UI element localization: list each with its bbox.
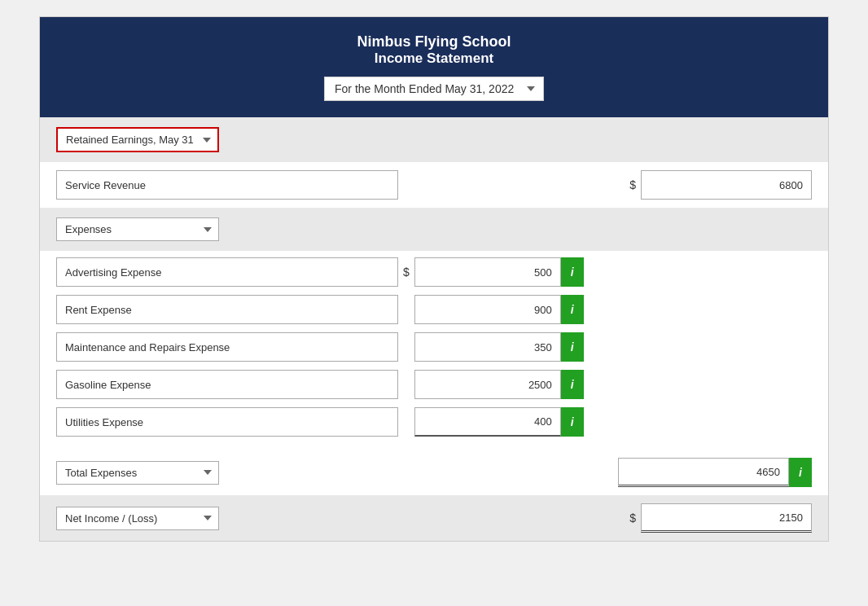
advertising-expense-label: Advertising Expense (56, 257, 398, 287)
utilities-expense-label: Utilities Expense (56, 407, 398, 437)
school-name: Nimbus Flying School (48, 33, 820, 50)
maintenance-info-button[interactable]: i (561, 332, 584, 362)
total-expenses-value-group: 4650 i (618, 458, 812, 487)
utilities-expense-value[interactable]: 400 (414, 407, 561, 437)
service-revenue-dollar: $ (629, 178, 636, 191)
rent-expense-row: Rent Expense $ 900 i (56, 295, 812, 324)
net-income-value-group: $ 2150 (625, 503, 812, 533)
net-income-value[interactable]: 2150 (641, 503, 812, 533)
rent-info-button[interactable]: i (561, 295, 584, 324)
gasoline-expense-value[interactable]: 2500 (414, 370, 561, 399)
rent-expense-label: Rent Expense (56, 295, 398, 324)
expenses-select[interactable]: Expenses (56, 217, 219, 241)
gasoline-info-button[interactable]: i (561, 370, 584, 399)
advertising-info-button[interactable]: i (561, 257, 584, 287)
expense-items-area: Advertising Expense $ 500 i Rent Expense… (40, 251, 828, 451)
service-revenue-value[interactable]: 6800 (641, 170, 812, 200)
header: Nimbus Flying School Income Statement Fo… (40, 17, 828, 117)
expenses-section-row: Expenses (40, 208, 828, 251)
service-revenue-label: Service Revenue (56, 170, 398, 200)
advertising-expense-value[interactable]: 500 (414, 257, 561, 287)
retained-earnings-row: Retained Earnings, May 31 (40, 117, 828, 162)
gasoline-expense-row: Gasoline Expense $ 2500 i (56, 370, 812, 399)
retained-earnings-select[interactable]: Retained Earnings, May 31 (56, 127, 219, 152)
gasoline-expense-label: Gasoline Expense (56, 370, 398, 399)
utilities-expense-row: Utilities Expense $ 400 i (56, 407, 812, 437)
maintenance-expense-row: Maintenance and Repairs Expense $ 350 i (56, 332, 812, 362)
maintenance-expense-label: Maintenance and Repairs Expense (56, 332, 398, 362)
total-expenses-value[interactable]: 4650 (618, 458, 789, 487)
net-income-row: Net Income / (Loss) $ 2150 (40, 495, 828, 541)
total-expenses-info-button[interactable]: i (789, 458, 812, 487)
net-income-dollar: $ (629, 512, 636, 525)
statement-title: Income Statement (48, 50, 820, 67)
rent-expense-value[interactable]: 900 (414, 295, 561, 324)
utilities-info-button[interactable]: i (561, 407, 584, 437)
advertising-expense-row: Advertising Expense $ 500 i (56, 257, 812, 287)
service-revenue-value-group: $ 6800 (625, 170, 812, 200)
total-expenses-select[interactable]: Total Expenses (56, 461, 219, 485)
period-select[interactable]: For the Month Ended May 31, 2022 (324, 77, 544, 101)
advertising-dollar: $ (403, 266, 410, 279)
total-expenses-row: Total Expenses 4650 i (40, 451, 828, 494)
main-container: Nimbus Flying School Income Statement Fo… (39, 16, 829, 542)
maintenance-expense-value[interactable]: 350 (414, 332, 561, 362)
service-revenue-row: Service Revenue $ 6800 (40, 162, 828, 208)
net-income-select[interactable]: Net Income / (Loss) (56, 507, 219, 530)
